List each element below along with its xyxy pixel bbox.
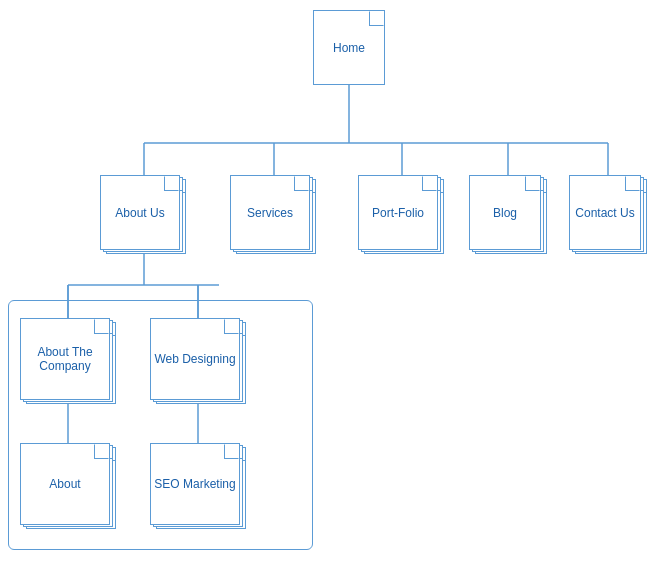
contact-us-node[interactable]: Contact Us (569, 175, 641, 250)
about-company-label: About The Company (21, 345, 109, 373)
about-company-node[interactable]: About The Company (20, 318, 110, 400)
home-label: Home (333, 41, 365, 55)
blog-stack: Blog (469, 175, 541, 250)
portfolio-stack: Port-Folio (358, 175, 438, 250)
about-company-stack: About The Company (20, 318, 110, 400)
portfolio-label: Port-Folio (372, 206, 424, 220)
seo-marketing-stack: SEO Marketing (150, 443, 240, 525)
about-us-node[interactable]: About Us (100, 175, 180, 250)
services-label: Services (247, 206, 293, 220)
home-node[interactable]: Home (313, 10, 385, 85)
about-us-stack: About Us (100, 175, 180, 250)
about-node[interactable]: About (20, 443, 110, 525)
seo-marketing-node[interactable]: SEO Marketing (150, 443, 240, 525)
about-label: About (49, 477, 80, 491)
services-node[interactable]: Services (230, 175, 310, 250)
web-designing-stack: Web Designing (150, 318, 240, 400)
about-stack: About (20, 443, 110, 525)
blog-node[interactable]: Blog (469, 175, 541, 250)
web-designing-node[interactable]: Web Designing (150, 318, 240, 400)
services-stack: Services (230, 175, 310, 250)
blog-label: Blog (493, 206, 517, 220)
about-us-label: About Us (115, 206, 164, 220)
site-map-diagram: Home About Us Services Port-Folio Blog (0, 0, 649, 580)
portfolio-node[interactable]: Port-Folio (358, 175, 438, 250)
contact-us-label: Contact Us (575, 206, 634, 220)
seo-marketing-label: SEO Marketing (154, 477, 235, 491)
web-designing-label: Web Designing (154, 352, 235, 366)
contact-us-stack: Contact Us (569, 175, 641, 250)
